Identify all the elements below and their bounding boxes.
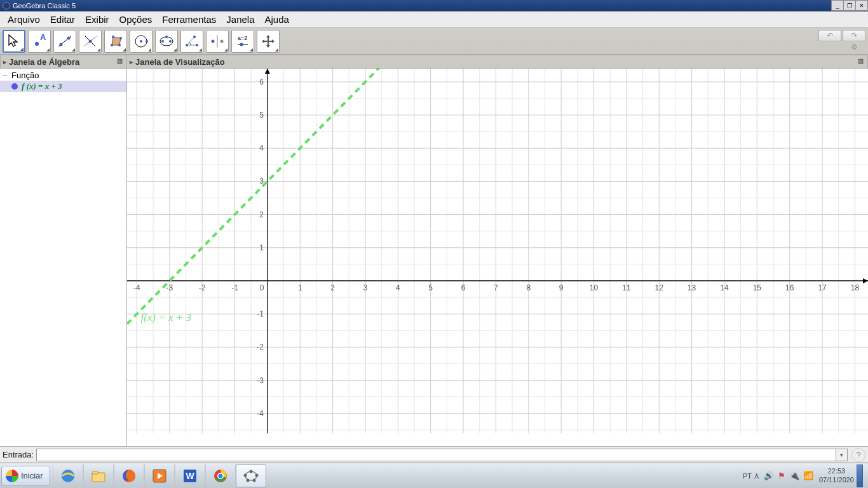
- tray-show-hidden-icon[interactable]: ⋏: [754, 471, 760, 480]
- expand-icon[interactable]: ─: [3, 72, 11, 79]
- input-help-button[interactable]: ?: [851, 448, 865, 462]
- svg-point-28: [240, 43, 243, 46]
- taskbar-firefox[interactable]: [114, 464, 144, 487]
- taskbar-word[interactable]: W: [175, 464, 205, 487]
- close-button[interactable]: ✕: [855, 0, 868, 11]
- tool-move[interactable]: [3, 30, 25, 53]
- graphics-view[interactable]: -4-3-2-10123456789101112131415161718-4-3…: [127, 69, 868, 446]
- svg-text:12: 12: [655, 283, 664, 292]
- tool-angle[interactable]: [180, 30, 203, 53]
- graphics-close-icon[interactable]: ⊠: [856, 57, 865, 66]
- tray-lang[interactable]: PT: [743, 472, 752, 480]
- svg-point-22: [193, 36, 196, 38]
- algebra-close-icon[interactable]: ⊠: [115, 57, 124, 66]
- svg-point-18: [169, 40, 172, 43]
- svg-point-3: [60, 43, 63, 46]
- svg-text:18: 18: [851, 283, 860, 292]
- minimize-button[interactable]: _: [831, 0, 844, 11]
- svg-text:17: 17: [818, 283, 827, 292]
- graphics-panel-title: Janela de Visualização: [135, 57, 225, 67]
- svg-text:1: 1: [298, 283, 302, 292]
- taskbar-ie[interactable]: [53, 464, 83, 487]
- svg-text:13: 13: [688, 283, 696, 292]
- collapse-icon: ▸: [3, 58, 6, 65]
- menu-arquivo[interactable]: Arquivo: [3, 12, 45, 27]
- tray-network-icon[interactable]: 📶: [803, 471, 813, 480]
- toolbar: A a=2 ↶ ↷ ⚙: [0, 28, 868, 55]
- svg-marker-97: [863, 278, 868, 283]
- show-desktop-button[interactable]: [857, 464, 863, 487]
- svg-text:-3: -3: [257, 376, 264, 385]
- taskbar-explorer[interactable]: [83, 464, 114, 487]
- svg-marker-99: [265, 69, 270, 74]
- svg-text:15: 15: [753, 283, 762, 292]
- collapse-icon: ▸: [130, 58, 133, 65]
- svg-point-145: [218, 473, 222, 478]
- svg-point-10: [118, 44, 121, 46]
- menu-exibir[interactable]: Exibir: [80, 12, 114, 27]
- svg-text:14: 14: [720, 283, 729, 292]
- menu-opcoes[interactable]: Opções: [114, 12, 158, 27]
- maximize-button[interactable]: ❐: [843, 0, 856, 11]
- graphics-panel-header[interactable]: ▸ Janela de Visualização ⊠: [127, 55, 868, 69]
- tool-ellipse[interactable]: [155, 30, 178, 53]
- svg-point-14: [140, 40, 142, 43]
- tool-polygon[interactable]: [104, 30, 127, 53]
- app-icon: [3, 2, 10, 10]
- menu-janela[interactable]: Janela: [221, 12, 259, 27]
- tool-point[interactable]: A: [28, 30, 51, 53]
- algebra-panel-header[interactable]: ▸ Janela de Álgebra ⊠: [0, 55, 127, 69]
- visibility-dot[interactable]: [11, 83, 18, 90]
- system-tray: PT ⋏ 🔊 ⚑ 🔌 📶 22:53 07/11/2020: [739, 464, 867, 487]
- redo-button[interactable]: ↷: [843, 30, 865, 41]
- svg-text:6: 6: [461, 283, 466, 292]
- input-label: Entrada:: [3, 450, 34, 459]
- svg-point-11: [119, 37, 122, 39]
- input-dropdown[interactable]: ▾: [836, 449, 848, 461]
- algebra-category[interactable]: ─ Função: [0, 70, 126, 81]
- svg-point-21: [196, 44, 198, 46]
- svg-point-20: [186, 44, 188, 46]
- svg-rect-137: [92, 471, 98, 474]
- tray-action-icon[interactable]: ⚑: [778, 471, 785, 480]
- tool-slider[interactable]: a=2: [231, 30, 254, 53]
- tool-line[interactable]: [53, 30, 76, 53]
- menu-ajuda[interactable]: Ajuda: [260, 12, 294, 27]
- tray-clock[interactable]: 22:53 07/11/2020: [819, 467, 854, 484]
- svg-point-24: [212, 39, 215, 43]
- menu-ferramentas[interactable]: Ferramentas: [157, 12, 221, 27]
- svg-text:16: 16: [785, 283, 794, 292]
- tool-move-view[interactable]: [257, 30, 280, 53]
- tray-volume-icon[interactable]: 🔊: [764, 471, 774, 480]
- start-button[interactable]: Iniciar: [1, 466, 50, 486]
- input-bar: Entrada: ▾ ?: [0, 446, 868, 463]
- svg-text:-4: -4: [257, 409, 264, 418]
- algebra-view[interactable]: ─ Função f (x) = x + 3: [0, 69, 127, 446]
- undo-button[interactable]: ↶: [818, 30, 841, 41]
- taskbar-geogebra[interactable]: [236, 464, 266, 487]
- taskbar-media[interactable]: [144, 464, 175, 487]
- tool-perpendicular[interactable]: [79, 30, 102, 53]
- menu-editar[interactable]: Editar: [45, 12, 80, 27]
- taskbar-chrome[interactable]: [205, 464, 236, 487]
- input-field[interactable]: [36, 449, 836, 461]
- svg-point-7: [89, 39, 92, 43]
- svg-text:8: 8: [526, 283, 531, 292]
- svg-point-151: [243, 473, 247, 477]
- tool-circle[interactable]: [130, 30, 153, 53]
- svg-point-149: [252, 478, 255, 482]
- tray-power-icon[interactable]: 🔌: [789, 471, 799, 480]
- settings-button[interactable]: ⚙: [843, 41, 865, 53]
- svg-text:5: 5: [428, 283, 433, 292]
- tray-time: 22:53: [819, 467, 854, 475]
- svg-text:f(x)  =  x + 3: f(x) = x + 3: [140, 311, 191, 323]
- svg-point-4: [67, 36, 71, 39]
- algebra-item[interactable]: f (x) = x + 3: [0, 81, 126, 92]
- svg-text:a=2: a=2: [238, 35, 247, 41]
- svg-text:-1: -1: [257, 309, 264, 318]
- tool-reflect[interactable]: [206, 30, 229, 53]
- svg-text:6: 6: [259, 78, 264, 86]
- svg-text:W: W: [186, 471, 194, 481]
- svg-text:4: 4: [259, 144, 264, 152]
- windows-icon: [6, 470, 18, 482]
